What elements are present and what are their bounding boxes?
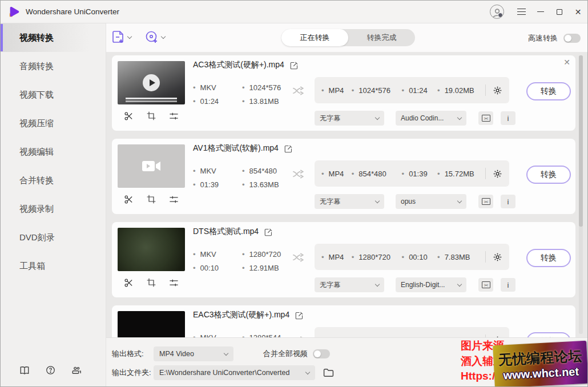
chevron-down-icon: [305, 369, 310, 374]
subtitle-select[interactable]: 无字幕: [315, 277, 384, 292]
sidebar-item-audio-convert[interactable]: 音频转换: [1, 52, 106, 80]
tab-converting[interactable]: 正在转换: [281, 29, 348, 46]
gear-icon[interactable]: [493, 252, 502, 262]
chevron-down-icon: [375, 281, 380, 286]
sidebar-item-merge-convert[interactable]: 合并转换: [1, 166, 106, 195]
compress-button[interactable]: [478, 195, 493, 208]
crop-icon[interactable]: [147, 111, 156, 120]
help-icon[interactable]: [46, 365, 55, 375]
add-file-button[interactable]: [112, 30, 131, 44]
convert-arrows-icon: [291, 167, 306, 182]
effect-settings-icon[interactable]: [169, 195, 179, 204]
video-thumbnail[interactable]: [118, 61, 185, 104]
rename-icon[interactable]: [290, 61, 299, 70]
watermark-sticker: 无忧编程论坛 www.whct.net: [493, 341, 588, 387]
compress-button[interactable]: [478, 111, 493, 125]
info-button[interactable]: [501, 278, 515, 292]
convert-button[interactable]: 转换: [526, 166, 571, 184]
crop-icon[interactable]: [147, 195, 156, 204]
output-resolution: 1024*576: [352, 86, 402, 95]
chevron-down-icon: [457, 115, 462, 119]
sidebar-item-video-edit[interactable]: 视频编辑: [1, 138, 106, 166]
source-duration: 01:39: [193, 180, 242, 189]
convert-button[interactable]: 转换: [526, 249, 571, 267]
video-thumbnail[interactable]: [118, 311, 185, 337]
convert-button[interactable]: 转换: [526, 82, 571, 100]
merge-all-toggle[interactable]: [313, 349, 330, 358]
trim-icon[interactable]: [124, 278, 134, 288]
add-dvd-button[interactable]: [145, 30, 165, 44]
main-area: 正在转换 转换完成 高速转换 ✕: [106, 23, 587, 386]
minimize-button[interactable]: [531, 1, 550, 23]
account-avatar[interactable]: [490, 5, 504, 19]
info-icon: [508, 196, 509, 207]
chevron-down-icon: [224, 350, 228, 355]
output-size: 7.83MB: [437, 253, 485, 261]
compress-button[interactable]: [478, 278, 493, 292]
output-duration: 00:10: [402, 253, 437, 261]
info-button[interactable]: [501, 195, 515, 208]
rename-icon[interactable]: [264, 228, 273, 236]
play-icon[interactable]: [143, 74, 160, 91]
audio-value: opus: [401, 197, 416, 205]
chevron-down-icon: [375, 115, 380, 119]
source-size: 13.63MB: [242, 180, 279, 189]
chevron-down-icon: [161, 34, 166, 38]
scrollbar-track[interactable]: [579, 55, 583, 334]
close-icon: ✕: [575, 8, 582, 16]
gear-icon[interactable]: [493, 169, 502, 179]
output-format: MP4: [321, 170, 352, 178]
chevron-down-icon: [457, 281, 462, 286]
effect-settings-icon[interactable]: [169, 279, 179, 287]
output-size: 19.02MB: [437, 86, 485, 95]
convert-button[interactable]: 转换: [526, 332, 571, 337]
sidebar-item-video-compress[interactable]: 视频压缩: [1, 109, 106, 138]
sidebar-item-video-convert[interactable]: 视频转换: [1, 23, 106, 52]
convert-arrows-icon: [291, 83, 306, 98]
sidebar: 视频转换 音频转换 视频下载 视频压缩 视频编辑 合并转换 视频录制 DVD刻录…: [1, 23, 106, 386]
guide-book-icon[interactable]: [19, 366, 30, 375]
sidebar-item-video-download[interactable]: 视频下载: [1, 80, 106, 109]
app-window: Wondershare UniConverter ✕ 视频转换 音频转换 视频下…: [0, 0, 588, 387]
effect-settings-icon[interactable]: [169, 112, 179, 120]
info-button[interactable]: [501, 111, 515, 125]
task-title: DTS格式测试.mp4: [193, 227, 259, 237]
output-resolution: 854*480: [352, 170, 402, 178]
high-speed-toggle[interactable]: [563, 34, 581, 43]
open-folder-button[interactable]: [323, 368, 334, 377]
status-tabs: 正在转换 转换完成: [281, 29, 415, 46]
compress-icon: [482, 115, 490, 122]
subtitle-select[interactable]: 无字幕: [315, 194, 384, 209]
sidebar-item-toolbox[interactable]: 工具箱: [1, 252, 106, 280]
output-settings-box: MP4 1280*544 00:05 3.42MB: [315, 327, 509, 337]
audio-select[interactable]: Audio Codin...: [396, 111, 466, 126]
source-size: 12.91MB: [242, 264, 281, 272]
video-thumbnail[interactable]: [118, 228, 185, 271]
subtitle-select[interactable]: 无字幕: [315, 111, 384, 126]
audio-select[interactable]: English-Digit...: [396, 277, 466, 292]
avatar-badge: [498, 13, 503, 18]
trim-icon[interactable]: [124, 195, 134, 204]
maximize-button[interactable]: [550, 1, 569, 23]
sidebar-item-dvd-burn[interactable]: DVD刻录: [1, 223, 106, 252]
output-folder-select[interactable]: E:\Wondershare UniConverter\Converted: [154, 365, 315, 380]
menu-button[interactable]: [512, 1, 531, 23]
gear-icon[interactable]: [493, 86, 502, 95]
output-size: 15.72MB: [437, 170, 485, 178]
scrollbar-thumb[interactable]: [579, 55, 583, 227]
rename-icon[interactable]: [295, 311, 304, 320]
output-format: MP4: [321, 86, 352, 95]
remove-task-icon[interactable]: ✕: [563, 58, 570, 66]
video-thumbnail[interactable]: [118, 144, 185, 188]
output-format-select[interactable]: MP4 Video: [154, 346, 233, 361]
close-button[interactable]: ✕: [569, 1, 587, 23]
sidebar-item-video-record[interactable]: 视频录制: [1, 195, 106, 223]
rename-icon[interactable]: [284, 144, 293, 153]
tab-converted[interactable]: 转换完成: [348, 29, 415, 46]
audio-select[interactable]: opus: [396, 194, 466, 209]
community-icon[interactable]: [71, 366, 82, 375]
task-card: EAC3格式测试(硬解+).mp4 MKV 1280*544 MP4 1280*…: [112, 305, 575, 337]
crop-icon[interactable]: [147, 278, 156, 287]
trim-icon[interactable]: [124, 111, 134, 121]
task-title: AC3格式测试(硬解+).mp4: [193, 60, 284, 70]
